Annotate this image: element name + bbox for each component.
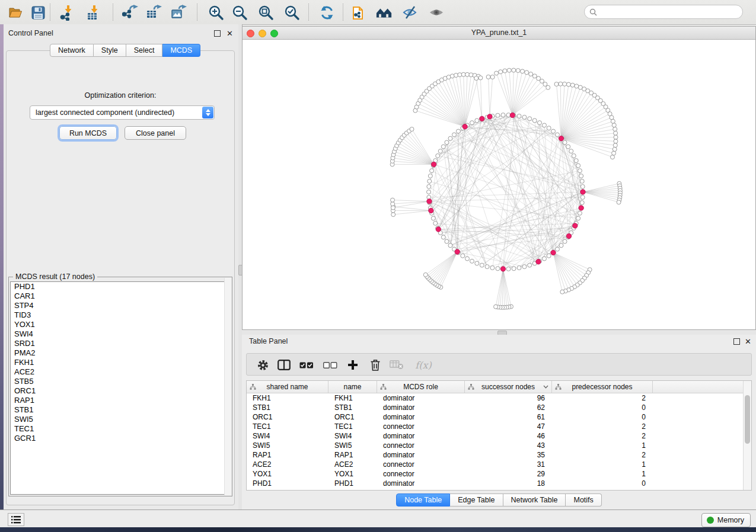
table-scrollbar[interactable] [743, 381, 751, 490]
sort-tree-icon [380, 384, 387, 390]
control-panel-title: Control Panel [8, 29, 53, 37]
mcds-result-list[interactable]: PHD1CAR1STP4TID3YOX1SWI4SRD1PMA2FKH1ACE2… [10, 281, 231, 495]
node-table-body: FKH1FKH1dominator962STB1STB1dominator620… [247, 393, 744, 490]
run-mcds-button[interactable]: Run MCDS [59, 126, 117, 140]
column-header-name[interactable]: name [328, 381, 377, 393]
mcds-result-item[interactable]: PMA2 [11, 348, 230, 358]
mcds-result-item[interactable]: RAP1 [11, 396, 230, 405]
table-row[interactable]: ACE2ACE2connector311 [247, 460, 744, 469]
toolbar-separator [50, 4, 50, 21]
mcds-result-item[interactable]: FKH1 [11, 358, 230, 367]
main-toolbar [0, 0, 756, 25]
mcds-result-item[interactable]: STP4 [11, 301, 230, 310]
add-column-icon[interactable] [345, 357, 361, 373]
mcds-result-item[interactable]: TEC1 [11, 424, 230, 434]
import-table-icon[interactable] [85, 4, 102, 21]
network-graph[interactable] [243, 39, 755, 330]
mcds-result-item[interactable]: ACE2 [11, 367, 230, 377]
control-panel-tabs: Network Style Select MCDS [50, 44, 200, 57]
mcds-result-item[interactable]: SWI5 [11, 415, 230, 424]
tab-mcds[interactable]: MCDS [162, 44, 200, 57]
column-header-successor-nodes[interactable]: successor nodes [465, 381, 552, 393]
criterion-label: Optimization criterion: [7, 91, 234, 100]
select-all-icon[interactable] [299, 357, 314, 373]
columns-icon[interactable] [276, 357, 292, 373]
float-panel-icon[interactable] [214, 30, 221, 37]
open-file-icon[interactable] [7, 4, 24, 21]
export-network-icon[interactable] [122, 4, 139, 21]
column-header-MCDS-role[interactable]: MCDS role [377, 381, 465, 393]
table-row[interactable]: ORC1ORC1dominator610 [247, 412, 744, 422]
close-panel-icon[interactable]: ✕ [227, 30, 233, 37]
table-toolbar: f(x) [246, 353, 752, 376]
tab-select[interactable]: Select [126, 44, 163, 57]
table-row[interactable]: PHD1PHD1dominator180 [247, 479, 744, 488]
show-panel-icon[interactable] [428, 4, 445, 21]
table-row[interactable]: RAP1RAP1dominator352 [247, 450, 744, 460]
column-header-predecessor-nodes[interactable]: predecessor nodes [552, 381, 653, 393]
control-panel: Control Panel ✕ Optimization criterion: … [4, 24, 238, 509]
table-row[interactable]: SWI5SWI5connector431 [247, 441, 744, 450]
save-session-icon[interactable] [30, 4, 46, 21]
close-panel-button[interactable]: Close panel [125, 126, 186, 140]
mcds-result-item[interactable]: TID3 [11, 310, 230, 320]
zoom-fit-icon[interactable] [257, 4, 274, 21]
mcds-result-title: MCDS result (17 nodes) [13, 273, 97, 281]
tab-node-table[interactable]: Node Table [396, 493, 450, 507]
refresh-layout-icon[interactable] [318, 4, 335, 21]
mcds-result-item[interactable]: PHD1 [11, 282, 230, 291]
task-history-button[interactable] [8, 513, 24, 526]
delete-column-icon[interactable] [368, 357, 383, 373]
mcds-result-item[interactable]: STB5 [11, 377, 230, 386]
network-manager-icon[interactable] [376, 4, 393, 21]
table-row[interactable]: TEC1TEC1connector472 [247, 422, 744, 431]
deselect-all-icon[interactable] [323, 357, 338, 373]
tab-network-table[interactable]: Network Table [503, 493, 566, 507]
table-row[interactable]: YOX1YOX1connector291 [247, 469, 744, 479]
zoom-selected-icon[interactable] [283, 4, 300, 21]
mcds-result-scrollbar[interactable] [224, 278, 231, 495]
import-network-icon[interactable] [59, 4, 76, 21]
mcds-result-item[interactable]: CAR1 [11, 291, 230, 301]
export-table-icon[interactable] [146, 4, 162, 21]
horizontal-splitter[interactable] [242, 330, 756, 335]
toolbar-separator [343, 4, 343, 21]
close-panel-icon[interactable]: ✕ [745, 338, 751, 345]
mcds-result-item[interactable]: ORC1 [11, 386, 230, 396]
mcds-result-item[interactable]: STB1 [11, 405, 230, 415]
table-row[interactable]: FKH1FKH1dominator962 [247, 393, 744, 403]
mcds-result-item[interactable]: SWI4 [11, 329, 230, 339]
delete-table-icon[interactable] [389, 357, 404, 373]
toolbar-separator [113, 4, 113, 21]
float-panel-icon[interactable] [733, 338, 740, 345]
mcds-result-item[interactable]: GCR1 [11, 434, 230, 443]
chevron-down-icon [543, 385, 548, 389]
mcds-result-group: MCDS result (17 nodes) PHD1CAR1STP4TID3Y… [8, 277, 232, 496]
tab-edge-table[interactable]: Edge Table [450, 493, 503, 507]
status-bar: Memory [0, 509, 756, 527]
column-header-shared-name[interactable]: shared name [247, 381, 328, 393]
tab-network[interactable]: Network [50, 44, 94, 57]
mcds-result-item[interactable]: SRD1 [11, 339, 230, 348]
tab-style[interactable]: Style [94, 44, 126, 57]
search-input[interactable] [600, 7, 738, 17]
mcds-result-item[interactable]: YOX1 [11, 320, 230, 329]
new-session-icon[interactable] [351, 4, 368, 21]
criterion-dropdown[interactable]: largest connected component (undirected) [30, 105, 215, 120]
zoom-out-icon[interactable] [231, 4, 248, 21]
scrollbar-thumb[interactable] [745, 395, 750, 444]
hide-panel-icon[interactable] [402, 4, 419, 21]
function-builder-icon[interactable]: f(x) [412, 357, 435, 373]
memory-button[interactable]: Memory [701, 513, 751, 527]
network-window-titlebar[interactable]: YPA_prune.txt_1 [243, 27, 755, 40]
zoom-in-icon[interactable] [208, 4, 224, 21]
search-field[interactable] [584, 5, 743, 19]
criterion-value: largest connected component (undirected) [30, 108, 202, 117]
table-row[interactable]: SWI4SWI4dominator462 [247, 431, 744, 441]
column-header-filler [653, 381, 744, 393]
gear-icon[interactable] [255, 357, 270, 373]
table-row[interactable]: STB1STB1dominator620 [247, 403, 744, 412]
export-image-icon[interactable] [171, 4, 187, 21]
list-icon [11, 516, 21, 524]
tab-motifs[interactable]: Motifs [566, 493, 601, 507]
